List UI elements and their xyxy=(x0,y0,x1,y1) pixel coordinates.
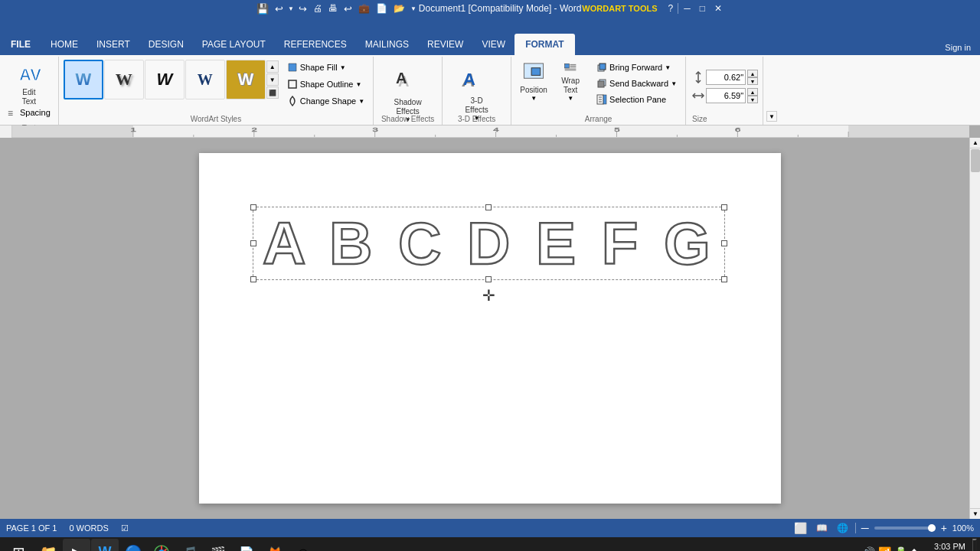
signin-label[interactable]: Sign in xyxy=(936,40,980,55)
open-button[interactable]: 📂 xyxy=(391,2,407,15)
wordart-container[interactable]: A B C D E F G ✛ xyxy=(253,207,725,280)
width-spin-down[interactable]: ▼ xyxy=(747,96,758,103)
ie-taskbar[interactable]: 🔵 xyxy=(119,539,147,551)
handle-sw[interactable] xyxy=(250,276,256,282)
send-backward-button[interactable]: Send Backward ▼ xyxy=(593,76,681,91)
shape-outline-button[interactable]: Shape Outline ▼ xyxy=(283,77,368,92)
word-taskbar[interactable]: W xyxy=(91,539,119,551)
chrome-taskbar[interactable] xyxy=(148,539,175,551)
shadow-effects-button[interactable]: A A ShadowEffects ▼ xyxy=(384,63,433,107)
edit-text-button[interactable]: AV EditText xyxy=(9,60,49,103)
handle-e[interactable] xyxy=(721,240,727,246)
maximize-button[interactable]: □ xyxy=(696,2,709,15)
wordart-style-5[interactable]: W xyxy=(226,60,266,99)
tray-network[interactable]: 📶 xyxy=(878,546,891,551)
wordart-style-4[interactable]: W xyxy=(185,60,225,99)
tab-format[interactable]: FORMAT xyxy=(514,34,574,55)
svg-text:4: 4 xyxy=(493,126,498,133)
tray-onedrive[interactable]: ⬆ xyxy=(910,547,918,551)
qat-customize[interactable]: ▼ xyxy=(409,5,418,13)
proofing-icon[interactable]: ☑ xyxy=(121,523,129,533)
change-shape-button[interactable]: Change Shape ▼ xyxy=(283,93,368,109)
tab-home[interactable]: HOME xyxy=(41,34,87,55)
width-input[interactable] xyxy=(706,88,746,103)
tab-mailings[interactable]: MAILINGS xyxy=(356,34,418,55)
scroll-thumb[interactable] xyxy=(971,149,980,172)
other-taskbar[interactable]: ◉ xyxy=(289,539,317,551)
threed-effects-button[interactable]: A A 3-DEffects ▼ xyxy=(452,63,501,107)
gallery-scroll-up[interactable]: ▲ xyxy=(266,60,279,73)
minimize-button[interactable]: ─ xyxy=(680,2,694,15)
zoom-slider[interactable] xyxy=(874,527,936,530)
ribbon-group-size: ▲ ▼ ▲ ▼ Size xyxy=(686,57,763,125)
handle-w[interactable] xyxy=(250,240,256,246)
undo2-button[interactable]: ↩ xyxy=(341,2,354,15)
print-layout-button[interactable]: ⬜ xyxy=(792,521,809,535)
gallery-scroll-down[interactable]: ▼ xyxy=(266,73,279,86)
system-tray: ▲ 🔊 📶 🔋 ⬆ xyxy=(848,546,921,551)
wordart-style-1[interactable]: W xyxy=(64,60,103,99)
tab-view[interactable]: VIEW xyxy=(472,34,514,55)
tray-battery[interactable]: 🔋 xyxy=(894,546,907,551)
taskbar-clock[interactable]: 3:03 PM 5/20/2018 xyxy=(922,541,972,551)
gallery-expand[interactable]: ⬛ xyxy=(266,86,279,99)
wordart-style-3[interactable]: W xyxy=(145,60,185,99)
tray-volume[interactable]: 🔊 xyxy=(862,546,875,551)
handle-ne[interactable] xyxy=(721,204,727,210)
save-button[interactable]: 💾 xyxy=(254,2,271,15)
edge-taskbar[interactable]: ▶ xyxy=(63,539,90,551)
size-group-label: Size xyxy=(692,113,707,125)
ribbon-expand-button[interactable]: ▼ xyxy=(766,111,777,122)
spacing-button[interactable]: ≡ Spacing xyxy=(5,106,54,119)
save2-button[interactable]: 💼 xyxy=(356,2,372,15)
firefox-taskbar[interactable]: 🦊 xyxy=(261,539,289,551)
ribbon-group-shadow-effects: A A ShadowEffects ▼ Shadow Effects xyxy=(374,57,443,125)
svg-rect-25 xyxy=(12,126,969,138)
handle-s[interactable] xyxy=(485,276,492,282)
svg-rect-22 xyxy=(603,95,606,104)
height-spin-down[interactable]: ▼ xyxy=(747,77,758,85)
handle-nw[interactable] xyxy=(250,204,256,210)
new-button[interactable]: 📄 xyxy=(374,2,390,15)
undo-dropdown[interactable]: ▼ xyxy=(287,5,295,13)
read-mode-button[interactable]: 📖 xyxy=(814,522,830,534)
zoom-in-button[interactable]: + xyxy=(940,521,948,535)
tray-arrow[interactable]: ▲ xyxy=(851,549,859,552)
show-desktop-button[interactable] xyxy=(972,539,977,551)
help-button[interactable]: ? xyxy=(665,2,677,15)
width-spin-up[interactable]: ▲ xyxy=(747,88,758,96)
tab-references[interactable]: REFERENCES xyxy=(275,34,356,55)
web-layout-button[interactable]: 🌐 xyxy=(835,522,851,534)
ribbon-group-text: AV EditText ≡ Spacing Text xyxy=(0,57,59,125)
music-taskbar[interactable]: 🎵 xyxy=(176,539,204,551)
handle-n[interactable] xyxy=(485,204,492,210)
height-input[interactable] xyxy=(706,70,746,85)
quick-print-button[interactable]: 🖶 xyxy=(326,2,340,15)
position-button[interactable]: Position ▼ xyxy=(516,60,551,104)
print-preview-button[interactable]: 🖨 xyxy=(311,2,325,15)
scroll-down-button[interactable]: ▼ xyxy=(970,508,980,519)
file-explorer-taskbar[interactable]: 📁 xyxy=(34,539,62,551)
wordart-style-2[interactable]: W xyxy=(104,60,144,99)
adobe-taskbar[interactable]: 📄 xyxy=(233,539,260,551)
scrollbar-vertical[interactable]: ▲ ▼ xyxy=(969,138,980,519)
shape-fill-button[interactable]: Shape Fill ▼ xyxy=(283,60,368,75)
tab-design[interactable]: DESIGN xyxy=(139,34,193,55)
height-spin-up[interactable]: ▲ xyxy=(747,70,758,77)
zoom-out-button[interactable]: ─ xyxy=(861,521,870,535)
bring-forward-button[interactable]: Bring Forward ▼ xyxy=(593,60,681,75)
handle-se[interactable] xyxy=(721,276,727,282)
wrap-text-button[interactable]: WrapText ▼ xyxy=(553,60,588,104)
selection-pane-button[interactable]: Selection Pane xyxy=(593,92,681,107)
start-button[interactable]: ⊞ xyxy=(3,539,34,551)
tab-review[interactable]: REVIEW xyxy=(418,34,472,55)
tab-file[interactable]: FILE xyxy=(0,34,41,55)
undo-button[interactable]: ↩ xyxy=(273,2,286,15)
video-taskbar[interactable]: 🎬 xyxy=(204,539,232,551)
scroll-up-button[interactable]: ▲ xyxy=(970,138,980,148)
send-backward-label: Send Backward xyxy=(609,79,668,88)
tab-page-layout[interactable]: PAGE LAYOUT xyxy=(193,34,275,55)
close-button[interactable]: ✕ xyxy=(710,2,726,15)
tab-insert[interactable]: INSERT xyxy=(87,34,139,55)
redo-button[interactable]: ↪ xyxy=(296,2,309,15)
